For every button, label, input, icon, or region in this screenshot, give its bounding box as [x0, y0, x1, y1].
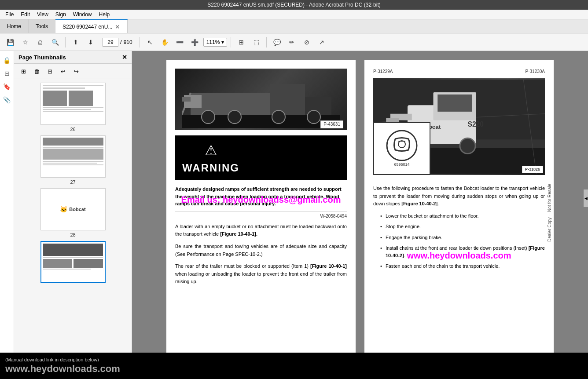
thumbnail-img-29 [40, 241, 106, 283]
intro-text: Use the following procedure to fasten th… [373, 185, 545, 208]
inset-code: 6595014 [394, 162, 409, 168]
separator-2 [140, 37, 140, 47]
title-bar: S220 6902447 enUS sm.pdf (SECURED) - Ado… [0, 0, 588, 10]
right-images: Bobcat S220 6595 [373, 78, 545, 179]
attach-icon[interactable]: 📎 [1, 94, 13, 106]
transport-image-label: P-43631 [320, 120, 343, 128]
menu-sign[interactable]: Sign [52, 11, 70, 18]
svg-point-5 [228, 110, 241, 124]
prev-page-button[interactable]: ⬆ [69, 36, 82, 49]
dealer-watermark: Dealer Copy -- Not for Resale [547, 184, 553, 242]
header-right: P-31230A [526, 69, 545, 75]
thumbnail-img-27 [40, 135, 106, 178]
svg-point-26 [398, 141, 405, 148]
zoom-dropdown-icon: ▾ [221, 39, 224, 45]
sidebar-close-icon[interactable]: ✕ [122, 54, 127, 61]
svg-point-6 [272, 110, 285, 124]
inset-label: P-31826 [522, 166, 543, 173]
next-page-button[interactable]: ⬇ [84, 36, 97, 49]
stamp-button[interactable]: ✏ [285, 36, 298, 49]
bobcat-main-image: Bobcat S220 6595 [373, 78, 545, 175]
sidebar-tools: ⊞ 🗑 ⊟ ↩ ↪ [14, 64, 132, 79]
bobcat-logo-text: Bobcat [69, 207, 85, 212]
pdf-left-page: Email us: heydownloadss@gmail.com [166, 60, 356, 370]
inset-image: 6595014 [373, 122, 430, 175]
sidebar-redo-icon[interactable]: ↪ [70, 66, 82, 77]
page-number-input[interactable] [103, 38, 118, 47]
bottom-url-prefix: www. [5, 363, 30, 374]
sidebar-copy-icon[interactable]: ⊟ [44, 66, 55, 77]
export-button[interactable]: ⬚ [250, 36, 263, 49]
menu-help[interactable]: Help [96, 11, 114, 18]
print-button[interactable]: ⎙ [33, 36, 47, 49]
toolbar: 💾 ☆ ⎙ 🔍 ⬆ ⬇ / 910 ↖ ✋ ➖ ➕ 111% ▾ ⊞ ⬚ 💬 ✏… [0, 33, 588, 51]
warning-title: WARNING [182, 160, 239, 175]
right-page-header: P-31229A P-31230A [373, 69, 545, 75]
tab-home[interactable]: Home [0, 19, 29, 33]
menu-edit[interactable]: Edit [17, 11, 33, 18]
page-thumbnail-29[interactable] [18, 241, 128, 283]
tab-document[interactable]: S220 6902447 enU... ✕ [55, 19, 128, 33]
svg-rect-2 [270, 84, 305, 115]
layers-icon[interactable]: ⊟ [1, 68, 13, 79]
zoom-in-button[interactable]: 🔍 [48, 36, 62, 49]
hand-tool-button[interactable]: ✋ [158, 36, 172, 49]
thumbnail-img-28: 🐱 Bobcat [40, 188, 106, 230]
cursor-tool-button[interactable]: ↖ [143, 36, 157, 49]
svg-text:S220: S220 [468, 120, 484, 128]
total-pages: 910 [124, 39, 132, 45]
bullet-3: Engage the parking brake. [380, 234, 545, 241]
zoom-value: 111% [206, 39, 220, 45]
share-button[interactable]: ↗ [315, 36, 328, 49]
menu-view[interactable]: View [33, 11, 52, 18]
menu-file[interactable]: File [2, 11, 17, 18]
warning-text: Adequately designed ramps of sufficient … [175, 186, 347, 208]
svg-point-21 [460, 138, 475, 153]
zoom-in-tool-button[interactable]: ➕ [188, 36, 202, 49]
pdf-right-page: www.heydownloads.com P-31229A P-31230A [364, 60, 554, 370]
zoom-selector[interactable]: 111% ▾ [203, 38, 228, 47]
para2: Be sure the transport and towing vehicle… [175, 243, 347, 258]
svg-point-25 [387, 131, 417, 160]
sidebar-undo-icon[interactable]: ↩ [57, 66, 69, 77]
page-thumbnail-28[interactable]: 🐱 Bobcat 28 [18, 188, 128, 237]
transport-image: P-43631 [175, 69, 347, 130]
para3: The rear of the trailer must be blocked … [175, 262, 347, 286]
bottom-overlay-line2: www.heydownloads.com [5, 363, 583, 375]
sidebar-pages: 26 27 [14, 79, 132, 379]
tab-document-label: S220 6902447 enU... [62, 24, 112, 30]
lock-icon[interactable]: 🔒 [1, 55, 13, 66]
header-left: P-31229A [373, 69, 393, 75]
bookmark-button[interactable]: ☆ [18, 36, 32, 49]
zoom-out-tool-button[interactable]: ➖ [173, 36, 187, 49]
inset-svg [384, 130, 419, 161]
redact-button[interactable]: ⊘ [300, 36, 313, 49]
svg-rect-17 [437, 95, 472, 112]
tab-tools[interactable]: Tools [29, 19, 55, 33]
thumbnail-num-26: 26 [70, 127, 75, 132]
bullet-2: Stop the engine. [380, 223, 545, 230]
warning-triangle-icon: ⚠ [205, 141, 217, 160]
warning-code: W-2058-0494 [175, 211, 347, 219]
svg-rect-1 [191, 93, 270, 115]
tab-close-icon[interactable]: ✕ [115, 23, 120, 30]
sidebar-delete-icon[interactable]: 🗑 [31, 66, 42, 77]
tab-tools-label: Tools [36, 23, 48, 29]
separator-3 [231, 37, 231, 47]
page-thumbnail-27[interactable]: 27 [18, 135, 128, 185]
bottom-overlay: (Manual download link in description bel… [0, 353, 588, 379]
bullet-4: Install chains at the front and rear loa… [380, 244, 545, 259]
bottom-overlay-line1: (Manual download link in description bel… [5, 357, 583, 362]
organize-pages-button[interactable]: ⊞ [235, 36, 248, 49]
comment-button[interactable]: 💬 [270, 36, 283, 49]
menu-bar: File Edit View Sign Window Help [0, 10, 588, 19]
save-button[interactable]: 💾 [4, 36, 17, 49]
menu-window[interactable]: Window [70, 11, 96, 18]
tab-bar: Home Tools S220 6902447 enU... ✕ [0, 19, 588, 33]
sidebar-header: Page Thumbnails ✕ [14, 51, 132, 64]
sidebar-grid-icon[interactable]: ⊞ [18, 66, 29, 77]
bookmark-panel-icon[interactable]: 🔖 [1, 81, 13, 92]
left-panel: 🔒 ⊟ 🔖 📎 [0, 51, 14, 379]
page-thumbnail-26[interactable]: 26 [18, 83, 128, 132]
transport-svg [182, 71, 340, 128]
